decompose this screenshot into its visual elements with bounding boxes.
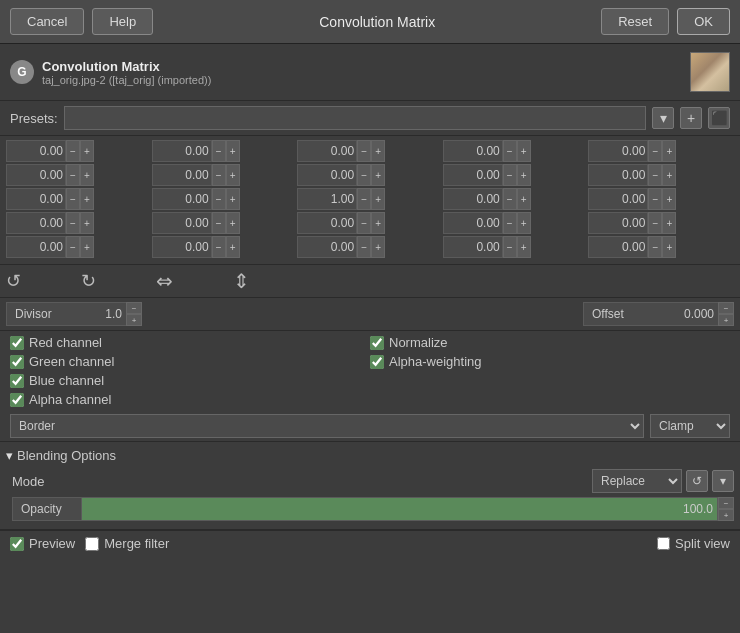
matrix-inc-btn[interactable]: + [371,140,385,162]
matrix-input[interactable] [443,212,503,234]
blue-channel-item[interactable]: Blue channel [10,373,370,388]
clamp-select[interactable]: Clamp None [650,414,730,438]
blue-channel-checkbox[interactable] [10,374,24,388]
divisor-value[interactable]: 1.0 [76,302,126,326]
opacity-slider[interactable]: 100.0 [82,497,718,521]
matrix-input[interactable] [152,164,212,186]
mode-extra-btn[interactable]: ▾ [712,470,734,492]
matrix-dec-btn[interactable]: − [648,212,662,234]
presets-save-btn[interactable]: ⬛ [708,107,730,129]
opacity-dec-btn[interactable]: − [718,497,734,509]
presets-add-btn[interactable]: + [680,107,702,129]
matrix-dec-btn[interactable]: − [357,236,371,258]
normalize-checkbox[interactable] [370,336,384,350]
matrix-dec-btn[interactable]: − [66,140,80,162]
cancel-button[interactable]: Cancel [10,8,84,35]
matrix-dec-btn[interactable]: − [503,188,517,210]
matrix-dec-btn[interactable]: − [503,236,517,258]
divisor-inc-btn[interactable]: + [126,314,142,326]
matrix-inc-btn[interactable]: + [662,236,676,258]
matrix-dec-btn[interactable]: − [648,188,662,210]
matrix-dec-btn[interactable]: − [648,140,662,162]
preview-checkbox[interactable] [10,537,24,551]
matrix-dec-btn[interactable]: − [212,164,226,186]
matrix-input[interactable] [152,140,212,162]
matrix-input[interactable] [588,164,648,186]
normalize-item[interactable]: Normalize [370,335,730,350]
ok-button[interactable]: OK [677,8,730,35]
matrix-input[interactable] [443,140,503,162]
matrix-inc-btn[interactable]: + [226,140,240,162]
matrix-inc-btn[interactable]: + [371,236,385,258]
matrix-dec-btn[interactable]: − [66,164,80,186]
matrix-inc-btn[interactable]: + [662,164,676,186]
matrix-dec-btn[interactable]: − [357,212,371,234]
matrix-inc-btn[interactable]: + [80,164,94,186]
matrix-dec-btn[interactable]: − [503,212,517,234]
blending-header[interactable]: ▾ Blending Options [6,446,734,465]
offset-inc-btn[interactable]: + [718,314,734,326]
matrix-input[interactable] [443,188,503,210]
matrix-dec-btn[interactable]: − [503,164,517,186]
matrix-inc-btn[interactable]: + [517,164,531,186]
merge-filter-checkbox[interactable] [85,537,99,551]
matrix-input[interactable] [297,164,357,186]
matrix-input[interactable] [588,188,648,210]
green-channel-item[interactable]: Green channel [10,354,370,369]
matrix-input[interactable] [297,140,357,162]
matrix-dec-btn[interactable]: − [212,188,226,210]
matrix-dec-btn[interactable]: − [66,188,80,210]
redo-icon[interactable]: ↻ [81,270,96,292]
mode-select[interactable]: Replace Normal Dissolve Multiply Screen … [592,469,682,493]
offset-value[interactable]: 0.000 [653,302,718,326]
undo-icon[interactable]: ↺ [6,270,21,292]
matrix-inc-btn[interactable]: + [226,164,240,186]
matrix-input[interactable] [152,236,212,258]
matrix-inc-btn[interactable]: + [662,188,676,210]
matrix-input[interactable] [6,164,66,186]
alpha-weighting-checkbox[interactable] [370,355,384,369]
matrix-dec-btn[interactable]: − [212,236,226,258]
divisor-dec-btn[interactable]: − [126,302,142,314]
matrix-input[interactable] [6,188,66,210]
border-select[interactable]: Border Wrap Extend Crop Mirror [10,414,644,438]
flip-v-icon[interactable]: ⇕ [233,269,250,293]
mode-reset-btn[interactable]: ↺ [686,470,708,492]
presets-select[interactable] [64,106,646,130]
preview-item[interactable]: Preview [10,536,75,551]
alpha-channel-checkbox[interactable] [10,393,24,407]
matrix-inc-btn[interactable]: + [662,212,676,234]
matrix-inc-btn[interactable]: + [371,212,385,234]
matrix-inc-btn[interactable]: + [371,164,385,186]
matrix-inc-btn[interactable]: + [80,188,94,210]
matrix-input[interactable] [588,236,648,258]
matrix-inc-btn[interactable]: + [80,236,94,258]
matrix-inc-btn[interactable]: + [517,212,531,234]
matrix-dec-btn[interactable]: − [212,140,226,162]
matrix-input[interactable] [297,188,357,210]
help-button[interactable]: Help [92,8,153,35]
matrix-input[interactable] [588,212,648,234]
matrix-input[interactable] [152,188,212,210]
flip-h-icon[interactable]: ⇔ [156,269,173,293]
matrix-inc-btn[interactable]: + [80,212,94,234]
alpha-weighting-item[interactable]: Alpha-weighting [370,354,730,369]
matrix-input[interactable] [443,164,503,186]
offset-dec-btn[interactable]: − [718,302,734,314]
matrix-dec-btn[interactable]: − [503,140,517,162]
matrix-input[interactable] [588,140,648,162]
matrix-inc-btn[interactable]: + [517,236,531,258]
matrix-dec-btn[interactable]: − [212,212,226,234]
red-channel-item[interactable]: Red channel [10,335,370,350]
matrix-inc-btn[interactable]: + [517,188,531,210]
matrix-dec-btn[interactable]: − [648,236,662,258]
matrix-inc-btn[interactable]: + [371,188,385,210]
matrix-inc-btn[interactable]: + [662,140,676,162]
matrix-inc-btn[interactable]: + [226,188,240,210]
red-channel-checkbox[interactable] [10,336,24,350]
reset-button[interactable]: Reset [601,8,669,35]
matrix-inc-btn[interactable]: + [226,236,240,258]
matrix-inc-btn[interactable]: + [226,212,240,234]
green-channel-checkbox[interactable] [10,355,24,369]
opacity-inc-btn[interactable]: + [718,509,734,521]
